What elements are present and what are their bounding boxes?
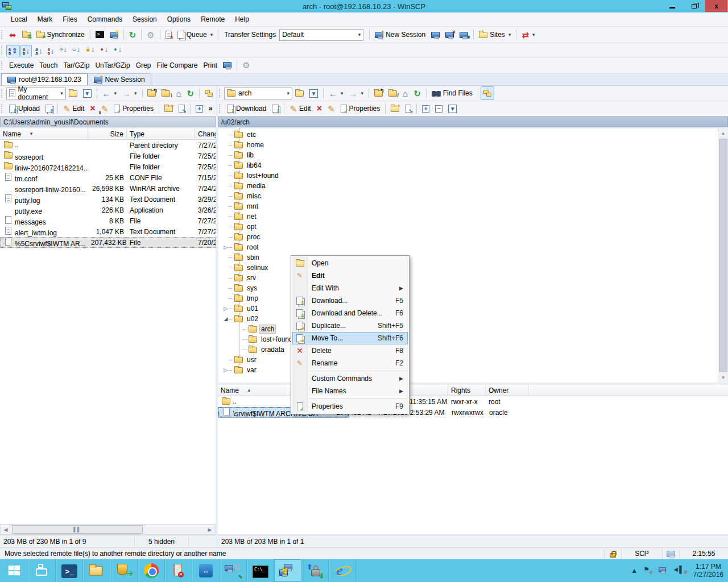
menu-item-edit[interactable]: ✎Edit — [292, 269, 408, 282]
remote-path-bar[interactable]: /u02/arch — [218, 117, 728, 127]
menu-item-edit-with[interactable]: Edit With▶ — [292, 282, 408, 294]
right-edit-button[interactable]: ✎Edit — [287, 102, 313, 115]
left-open-directory-button[interactable] — [66, 86, 80, 100]
sort-time-down-button[interactable]: ◷↓ — [57, 43, 69, 55]
taskbar-notebook-warning[interactable]: ⚠✕ — [165, 559, 192, 582]
menu-mark[interactable]: Mark — [32, 14, 58, 25]
right-filter-button[interactable]: ▼ — [307, 86, 321, 100]
tree-item-lost+found[interactable]: lost+found — [237, 334, 294, 344]
close-button[interactable]: x — [705, 0, 727, 12]
table-row[interactable]: ↰..Parent directory7/27/2 — [0, 140, 216, 151]
taskbar-lock-transfer[interactable]: ⬆⬇ — [301, 559, 329, 582]
right-new-folder-button[interactable]: ✦ — [388, 102, 402, 115]
menu-item-open[interactable]: Open — [292, 257, 408, 269]
table-row[interactable]: sosreportFile folder7/25/2 — [0, 151, 216, 161]
taskbar-chrome[interactable] — [138, 559, 165, 582]
toggle-panels-button[interactable]: ⬌ — [6, 28, 19, 41]
table-row[interactable]: tm.conf25 KBCONF File7/15/2 — [0, 172, 216, 183]
scroll-right-icon[interactable]: ▶ — [205, 527, 215, 533]
sort-size-down-button[interactable]: ▭↓ — [70, 43, 82, 55]
tree-item-lib64[interactable]: lib64 — [223, 160, 262, 171]
left-properties-button[interactable]: ✓Properties — [111, 102, 156, 115]
encryption-lock-indicator[interactable] — [605, 549, 622, 559]
left-edit-button[interactable]: ✎Edit — [60, 102, 87, 115]
synchronize-browsing-button[interactable]: ⇅ — [19, 28, 34, 41]
taskbar-teamviewer[interactable]: ↔ — [192, 559, 220, 582]
minimize-button[interactable] — [661, 0, 683, 12]
sort-name-both-button[interactable]: ab⇕ — [6, 45, 20, 57]
left-home-directory-button[interactable]: ⌂ — [173, 86, 184, 100]
expander-collapsed-icon[interactable]: ▷ — [223, 367, 229, 373]
taskbar-computer-search[interactable] — [220, 559, 247, 582]
download-alt-button[interactable]: ⇩ — [269, 102, 282, 115]
show-queue-button[interactable]: × — [163, 28, 175, 41]
tree-item-sbin[interactable]: sbin — [223, 252, 260, 263]
tree-item-lost+found[interactable]: lost+found — [223, 171, 280, 181]
left-tree-view-button[interactable] — [202, 86, 216, 100]
tree-item-misc[interactable]: misc — [223, 191, 262, 201]
tree-item-u02[interactable]: ◢u02 — [223, 314, 259, 324]
queue-button[interactable]: Queue▾ — [175, 28, 216, 41]
right-filter2-button[interactable]: ▼ — [445, 102, 460, 115]
expander-collapsed-icon[interactable]: ▷ — [223, 244, 229, 250]
menu-item-move-to-[interactable]: ➜Move To...Shift+F6 — [292, 332, 408, 344]
tree-item-u01[interactable]: ▷u01 — [223, 304, 259, 314]
left-column-type[interactable]: Type — [127, 128, 195, 139]
taskbar-powershell[interactable]: >_ — [56, 559, 83, 582]
session-tab-active[interactable]: root@192.168.10.23 — [1, 73, 88, 85]
sort-group-down-button[interactable]: ☻↓ — [111, 43, 124, 55]
command-touch[interactable]: Touch — [36, 59, 60, 72]
tray-expand-icon[interactable]: ▲ — [631, 567, 638, 575]
menu-item-download-and-delete-[interactable]: ⇩Download and Delete...F6 — [292, 307, 408, 319]
tree-item-srv[interactable]: srv — [223, 273, 257, 283]
table-row[interactable]: liniw-20160724162214...File folder7/25/2 — [0, 161, 216, 172]
table-row[interactable]: sosreport-liniw-20160...26,598 KBWinRAR … — [0, 183, 216, 194]
menu-files[interactable]: Files — [57, 14, 82, 25]
tree-item-var[interactable]: ▷var — [223, 365, 258, 375]
sort-ext-down-button[interactable]: .a.b↓ — [32, 45, 45, 57]
right-column-owner[interactable]: Owner — [486, 385, 528, 396]
left-delete-button[interactable]: × — [87, 102, 98, 115]
tree-item-sys[interactable]: sys — [223, 283, 258, 293]
tree-item-arch[interactable]: arch — [237, 324, 275, 334]
left-new-folder-button[interactable]: ✦ — [162, 102, 176, 115]
tree-item-home[interactable]: home — [223, 140, 265, 150]
menu-item-duplicate-[interactable]: ➜Duplicate...Shift+F5 — [292, 319, 408, 332]
find-files-button[interactable]: Find Files — [429, 86, 475, 100]
tree-item-tmp[interactable]: tmp — [223, 293, 259, 304]
open-putty-button[interactable] — [220, 59, 234, 72]
tree-item-opt[interactable]: opt — [223, 222, 258, 232]
right-refresh-button[interactable]: ↻ — [411, 86, 424, 100]
transfer-settings-select[interactable]: Default▾ — [279, 29, 363, 41]
duplicate-session-button[interactable] — [428, 28, 442, 41]
right-expand-button[interactable]: + — [419, 102, 432, 115]
command-print[interactable]: Print — [200, 59, 220, 72]
command-tar-gzip[interactable]: Tar/GZip — [60, 59, 92, 72]
remote-directory-select[interactable]: arch▾ — [224, 88, 292, 99]
hidden-files-count[interactable]: 5 hidden — [135, 537, 189, 547]
scroll-down-icon[interactable]: ▼ — [718, 373, 728, 383]
tree-item-media[interactable]: media — [223, 181, 267, 191]
left-new-file-button[interactable]: ↘ — [176, 102, 188, 115]
session-tab-new[interactable]: ✦ New Session — [88, 73, 151, 85]
protocol-indicator[interactable]: SCP — [622, 549, 663, 559]
left-forward-button[interactable]: →▾ — [119, 86, 140, 100]
taskbar-clock[interactable]: 1:17 PM 7/27/2016 — [693, 563, 723, 579]
menu-options[interactable]: Options — [162, 14, 196, 25]
menu-item-download-[interactable]: ⇩Download...F5 — [292, 294, 408, 307]
right-collapse-button[interactable]: − — [432, 102, 445, 115]
new-session-button[interactable]: ✦New Session — [372, 28, 428, 41]
left-filter-button[interactable]: ▼ — [80, 86, 94, 100]
tray-flag-icon[interactable]: ⚑⦻ — [643, 566, 652, 575]
taskbar-file-explorer[interactable] — [83, 559, 110, 582]
right-root-directory-button[interactable]: / — [386, 86, 400, 100]
command-file-compare[interactable]: File Compare — [154, 59, 200, 72]
left-root-directory-button[interactable]: \ — [159, 86, 173, 100]
menu-item-properties[interactable]: ✓PropertiesF9 — [292, 400, 408, 413]
left-rename-button[interactable]: ✎▮ — [98, 102, 111, 115]
left-column-size[interactable]: Size — [88, 128, 127, 139]
local-path-bar[interactable]: C:\Users\admin_yousif\Documents — [0, 117, 216, 127]
title-bar[interactable]: arch - root@192.168.10.23 - WinSCP x — [0, 0, 728, 13]
sites-button[interactable]: Sites▾ — [476, 28, 514, 41]
sort-type-down-button[interactable]: ab↓ — [46, 45, 57, 57]
